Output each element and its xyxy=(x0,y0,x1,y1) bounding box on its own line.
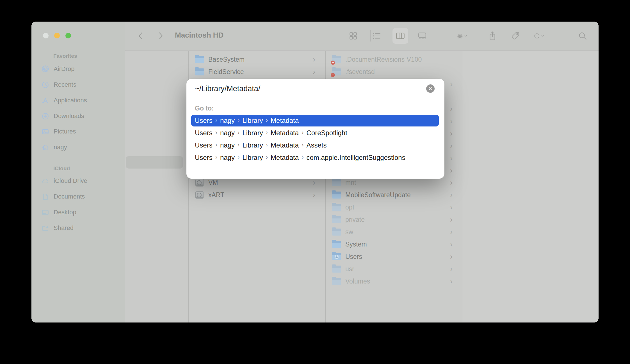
crumb-segment: Metadata xyxy=(271,141,299,149)
goto-folder-dialog: ✕ Go to: Users › nagy › Library › Metada… xyxy=(186,79,444,179)
gallery-view-button[interactable] xyxy=(417,31,427,41)
toolbar: Macintosh HD xyxy=(125,22,599,50)
clear-input-button[interactable]: ✕ xyxy=(426,84,435,93)
traffic-zoom-button[interactable] xyxy=(65,33,71,38)
traffic-close-button[interactable] xyxy=(43,33,49,38)
share-button[interactable] xyxy=(487,31,497,41)
users-folder-icon xyxy=(332,253,341,261)
crumb-segment: Users xyxy=(195,141,213,149)
disclosure-chevron-icon: › xyxy=(450,250,453,263)
sidebar-item-label: nagy xyxy=(54,144,67,151)
back-button[interactable] xyxy=(136,31,146,41)
file-row[interactable]: private › xyxy=(326,213,463,226)
file-row[interactable]: System › xyxy=(326,238,463,250)
chevron-down-icon xyxy=(541,34,544,38)
goto-suggestion[interactable]: Users › nagy › Library › Metadata › Core… xyxy=(195,129,347,137)
crumb-separator-icon: › xyxy=(215,117,217,124)
crumb-separator-icon: › xyxy=(266,117,268,124)
forward-button[interactable] xyxy=(156,31,166,41)
file-row[interactable]: FieldService › xyxy=(189,66,325,78)
file-row[interactable]: xART › xyxy=(189,189,325,201)
crumb-segment: Metadata xyxy=(271,129,299,137)
search-icon xyxy=(578,31,587,41)
file-row[interactable]: opt › xyxy=(326,201,463,213)
file-row[interactable]: BaseSystem › xyxy=(189,53,325,66)
sidebar-item-label: AirDrop xyxy=(54,65,75,73)
sidebar-item-pictures[interactable]: Pictures xyxy=(42,126,120,137)
clock-icon xyxy=(42,81,49,89)
group-by-button[interactable] xyxy=(457,31,467,41)
home-icon xyxy=(42,144,49,151)
airdrop-icon xyxy=(42,65,49,73)
folder-icon xyxy=(195,68,204,76)
sidebar-item-documents[interactable]: Documents xyxy=(42,191,120,202)
folder-icon xyxy=(332,179,341,186)
search-button[interactable] xyxy=(578,31,588,41)
sidebar-item-recents[interactable]: Recents xyxy=(42,79,120,90)
file-row[interactable]: usr › xyxy=(326,263,463,275)
tag-button[interactable] xyxy=(510,31,521,41)
file-row-label: .DocumentRevisions-V100 xyxy=(345,56,422,63)
traffic-minimize-button[interactable] xyxy=(54,33,60,38)
restricted-folder-icon xyxy=(332,68,341,76)
grid-view-icon xyxy=(349,31,358,40)
selected-row-highlight xyxy=(126,156,183,169)
sidebar-item-label: Desktop xyxy=(54,209,76,216)
sidebar-item-airdrop[interactable]: AirDrop xyxy=(42,63,120,75)
column-view-button[interactable] xyxy=(395,31,405,41)
restricted-folder-icon xyxy=(332,56,341,63)
finder-window: Favorites AirDrop Recents A xyxy=(31,22,599,322)
icon-view-button[interactable] xyxy=(348,31,358,41)
crumb-separator-icon: › xyxy=(266,154,268,161)
goto-label: Go to: xyxy=(195,105,214,112)
file-row[interactable]: sw › xyxy=(326,226,463,238)
file-row-label: System xyxy=(345,241,367,248)
file-row[interactable]: MobileSoftwareUpdate › xyxy=(326,189,463,201)
photo-icon xyxy=(42,128,49,135)
folder-icon xyxy=(332,204,341,211)
folder-icon xyxy=(332,241,341,248)
disclosure-chevron-icon: › xyxy=(450,238,453,250)
goto-suggestion[interactable]: Users › nagy › Library › Metadata › com.… xyxy=(195,153,405,162)
sidebar-item-applications[interactable]: Applications xyxy=(42,95,120,106)
shared-folder-icon xyxy=(42,224,49,232)
list-view-button[interactable] xyxy=(372,31,382,41)
finder-column-1: › › › › › › › xyxy=(125,51,189,322)
goto-suggestion[interactable]: Users › nagy › Library › Metadata › Asse… xyxy=(195,141,327,149)
no-access-badge-icon xyxy=(331,73,335,77)
sidebar-item-desktop[interactable]: Desktop xyxy=(42,207,120,218)
sidebar-item-shared[interactable]: Shared xyxy=(42,222,120,234)
column-view-icon xyxy=(396,31,405,41)
forward-chevron-icon xyxy=(157,32,164,40)
sidebar-item-home[interactable]: nagy xyxy=(42,142,120,153)
crumb-separator-icon: › xyxy=(238,129,239,136)
disclosure-chevron-icon: › xyxy=(450,152,453,164)
disclosure-chevron-icon: › xyxy=(450,176,453,189)
sidebar-item-icloud-drive[interactable]: iCloud Drive xyxy=(42,175,120,186)
back-chevron-icon xyxy=(137,32,144,40)
crumb-separator-icon: › xyxy=(238,141,239,149)
more-options-button[interactable] xyxy=(534,31,544,41)
folder-icon xyxy=(332,278,341,285)
file-row-label: mnt xyxy=(345,179,356,186)
file-row[interactable]: .DocumentRevisions-V100 xyxy=(326,53,463,66)
file-row[interactable]: Users › xyxy=(326,250,463,263)
disclosure-chevron-icon: › xyxy=(450,140,453,152)
group-by-icon xyxy=(457,31,463,41)
folder-icon xyxy=(195,56,204,63)
crumb-separator-icon: › xyxy=(238,154,239,161)
crumb-segment: nagy xyxy=(220,129,235,137)
file-row[interactable]: .fseventsd xyxy=(326,66,463,78)
no-access-badge-icon xyxy=(331,61,335,65)
goto-suggestion-selected[interactable]: Users › nagy › Library › Metadata xyxy=(191,115,439,126)
sidebar: Favorites AirDrop Recents A xyxy=(31,22,125,322)
folder-icon xyxy=(332,191,341,199)
disclosure-chevron-icon: › xyxy=(450,213,453,226)
sidebar-item-downloads[interactable]: Downloads xyxy=(42,110,120,122)
file-row-label: Users xyxy=(345,253,362,261)
crumb-segment: Assets xyxy=(306,141,327,149)
crumb-separator-icon: › xyxy=(266,141,268,149)
file-row-label: VM xyxy=(208,179,218,186)
file-row[interactable]: Volumes › xyxy=(326,275,463,287)
path-input[interactable] xyxy=(195,82,414,95)
